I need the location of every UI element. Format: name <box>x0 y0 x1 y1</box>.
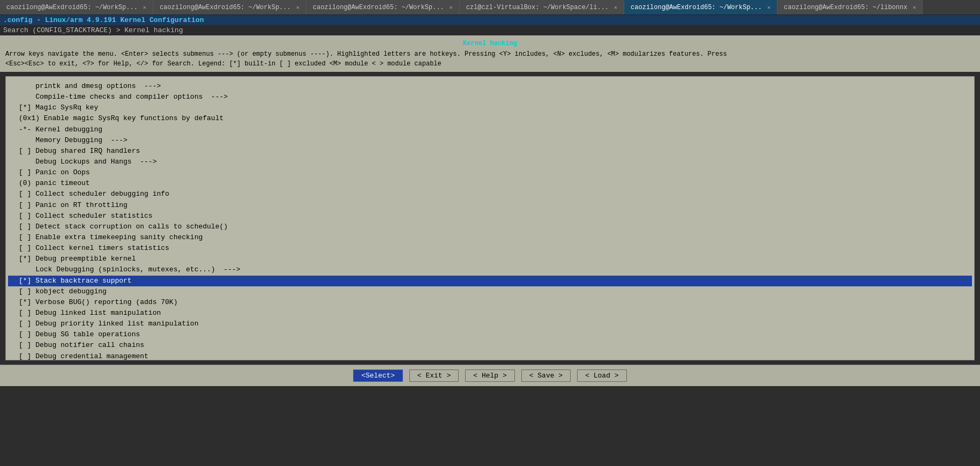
tab-close-icon[interactable]: ✕ <box>767 4 770 11</box>
menu-item[interactable]: [ ] Collect kernel timers statistics <box>8 243 972 254</box>
menu-item[interactable]: [*] Magic SysRq key <box>8 102 972 113</box>
tab-close-icon[interactable]: ✕ <box>450 4 453 11</box>
menu-item[interactable]: printk and dmesg options ---> <box>8 81 972 92</box>
menu-item[interactable]: [ ] Debug credential management <box>8 351 972 360</box>
bottom-btn-1[interactable]: < Exit > <box>409 369 459 382</box>
menu-item[interactable]: [*] Debug preemptible kernel <box>8 254 972 264</box>
tab-tab1[interactable]: caozilong@AwExdroid65: ~/WorkSp...✕ <box>0 0 153 14</box>
menu-item[interactable]: [ ] Debug notifier call chains <box>8 340 972 351</box>
tab-tab3[interactable]: caozilong@AwExdroid65: ~/WorkSp...✕ <box>306 0 460 14</box>
tab-label: caozilong@AwExdroid65: ~/WorkSp... <box>6 4 138 11</box>
bottom-button-bar: <Select>< Exit >< Help >< Save >< Load > <box>0 365 980 386</box>
tab-tab6[interactable]: caozilong@AwExdroid65: ~/libonnx✕ <box>777 0 923 14</box>
menu-item[interactable]: [ ] Panic on RT throttling <box>8 200 972 211</box>
tab-label: czl@czl-VirtualBox: ~/WorkSpace/li... <box>466 4 609 11</box>
menu-item[interactable]: [ ] Collect scheduler statistics <box>8 211 972 221</box>
title-text: .config - Linux/arm 4.9.191 Kernel Confi… <box>3 16 204 24</box>
bottom-btn-4[interactable]: < Load > <box>577 369 626 382</box>
menu-item[interactable]: [ ] Debug shared IRQ handlers <box>8 146 972 157</box>
info-box: Kernel hacking Arrow keys navigate the m… <box>0 35 980 72</box>
menu-item[interactable]: -*- Kernel debugging <box>8 124 972 135</box>
menu-item[interactable]: [*] Stack backtrace support <box>8 276 972 286</box>
menu-item[interactable]: Debug Lockups and Hangs ---> <box>8 157 972 167</box>
tab-label: caozilong@AwExdroid65: ~/WorkSp... <box>631 4 762 11</box>
info-line1: Arrow keys navigate the menu. <Enter> se… <box>5 49 975 59</box>
menu-item[interactable]: Compile-time checks and compiler options… <box>8 92 972 102</box>
menu-item[interactable]: [ ] Enable extra timekeeping sanity chec… <box>8 232 972 243</box>
menu-item[interactable]: [ ] Debug priority linked list manipulat… <box>8 319 972 329</box>
main-menu-area[interactable]: printk and dmesg options ---> Compile-ti… <box>5 76 975 360</box>
menu-item[interactable]: [ ] Debug linked list manipulation <box>8 308 972 319</box>
kernel-hacking-label: Kernel hacking <box>5 39 975 48</box>
menu-item[interactable]: (0x1) Enable magic SysRq key functions b… <box>8 113 972 124</box>
tab-close-icon[interactable]: ✕ <box>614 4 617 11</box>
info-line2: <Esc><Esc> to exit, <?> for Help, </> fo… <box>5 59 975 69</box>
tab-bar: caozilong@AwExdroid65: ~/WorkSp...✕caozi… <box>0 0 980 15</box>
tab-tab2[interactable]: caozilong@AwExdroid65: ~/WorkSp...✕ <box>153 0 306 14</box>
menu-item[interactable]: [ ] Detect stack corruption on calls to … <box>8 221 972 232</box>
title-bar: .config - Linux/arm 4.9.191 Kernel Confi… <box>0 15 980 25</box>
menu-item[interactable]: Lock Debugging (spinlocks, mutexes, etc.… <box>8 264 972 275</box>
tab-label: caozilong@AwExdroid65: ~/WorkSp... <box>160 4 291 11</box>
bottom-btn-0[interactable]: <Select> <box>353 369 402 382</box>
tab-close-icon[interactable]: ✕ <box>296 4 300 11</box>
bottom-btn-2[interactable]: < Help > <box>465 369 514 382</box>
tab-tab5[interactable]: caozilong@AwExdroid65: ~/WorkSp...✕ <box>624 0 777 14</box>
menu-item[interactable]: [ ] Collect scheduler debugging info <box>8 189 972 199</box>
tab-tab4[interactable]: czl@czl-VirtualBox: ~/WorkSpace/li...✕ <box>460 0 624 14</box>
tab-label: caozilong@AwExdroid65: ~/libonnx <box>784 4 907 11</box>
menu-item[interactable]: [ ] Debug SG table operations <box>8 329 972 340</box>
menu-item[interactable]: [ ] Panic on Oops <box>8 167 972 178</box>
menu-item[interactable]: [ ] kobject debugging <box>8 286 972 297</box>
bottom-btn-3[interactable]: < Save > <box>521 369 571 382</box>
breadcrumb: Search (CONFIG_STACKTRACE) > Kernel hack… <box>0 25 980 35</box>
breadcrumb-text: Search (CONFIG_STACKTRACE) > Kernel hack… <box>3 26 183 34</box>
tab-close-icon[interactable]: ✕ <box>143 4 146 11</box>
menu-item[interactable]: Memory Debugging ---> <box>8 135 972 146</box>
tab-close-icon[interactable]: ✕ <box>912 4 916 11</box>
menu-item[interactable]: (0) panic timeout <box>8 178 972 189</box>
tab-label: caozilong@AwExdroid65: ~/WorkSp... <box>313 4 444 11</box>
menu-item[interactable]: [*] Verbose BUG() reporting (adds 70K) <box>8 297 972 308</box>
